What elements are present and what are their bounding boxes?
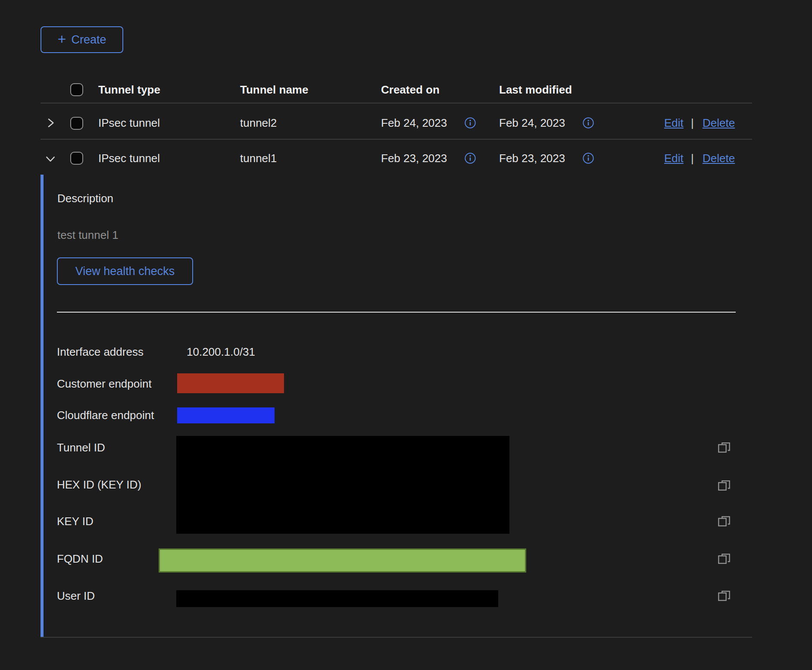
edit-link[interactable]: Edit <box>664 116 684 130</box>
expanded-row-accent-bar <box>41 175 44 637</box>
chevron-down-icon <box>44 160 56 166</box>
created-on-info-icon[interactable] <box>464 152 476 166</box>
plus-icon: + <box>58 32 66 45</box>
ids-redacted-value-block <box>176 436 509 534</box>
interface-address-value: 10.200.1.0/31 <box>187 345 255 359</box>
cloudflare-endpoint-redacted-value <box>177 407 275 423</box>
user-id-label: User ID <box>57 589 95 603</box>
action-separator: | <box>691 151 694 165</box>
description-label: Description <box>57 191 113 205</box>
row-divider <box>41 139 752 140</box>
last-modified-cell: Feb 23, 2023 <box>499 151 565 165</box>
interface-address-label: Interface address <box>57 345 144 359</box>
created-on-info-icon[interactable] <box>464 117 476 130</box>
copy-icon <box>717 561 731 568</box>
row-checkbox[interactable] <box>70 117 83 130</box>
column-header-tunnel-type: Tunnel type <box>98 83 160 97</box>
tunnel-id-label: Tunnel ID <box>57 441 105 454</box>
fqdn-id-label: FQDN ID <box>57 552 103 566</box>
last-modified-info-icon[interactable] <box>582 117 594 130</box>
view-health-checks-label: View health checks <box>75 265 175 278</box>
hex-id-label: HEX ID (KEY ID) <box>57 478 141 492</box>
copy-icon <box>717 488 731 495</box>
key-id-label: KEY ID <box>57 514 94 528</box>
copy-hex-id-button[interactable] <box>717 479 731 495</box>
select-all-checkbox[interactable] <box>70 83 83 96</box>
customer-endpoint-label: Customer endpoint <box>57 377 152 391</box>
row-checkbox[interactable] <box>70 152 83 165</box>
action-separator: | <box>691 116 694 130</box>
expand-row-button[interactable] <box>44 117 56 130</box>
header-divider <box>41 103 752 103</box>
delete-link[interactable]: Delete <box>703 151 735 165</box>
description-value: test tunnel 1 <box>57 228 119 242</box>
last-modified-info-icon[interactable] <box>582 152 594 166</box>
ipsec-tunnels-page: + Create Tunnel type Tunnel name Created… <box>0 0 812 670</box>
tunnel-type-cell: IPsec tunnel <box>98 116 160 130</box>
cloudflare-endpoint-label: Cloudflare endpoint <box>57 408 154 422</box>
copy-fqdn-id-button[interactable] <box>717 553 731 568</box>
column-header-last-modified: Last modified <box>499 83 572 97</box>
tunnel-name-cell: tunnel2 <box>240 116 277 130</box>
tunnel-name-cell: tunnel1 <box>240 151 277 165</box>
create-button[interactable]: + Create <box>41 26 123 53</box>
copy-key-id-button[interactable] <box>717 515 731 530</box>
copy-icon <box>717 450 731 457</box>
copy-icon <box>717 598 731 605</box>
tunnel-type-cell: IPsec tunnel <box>98 151 160 165</box>
collapse-row-button[interactable] <box>44 153 56 166</box>
copy-user-id-button[interactable] <box>717 590 731 605</box>
edit-link[interactable]: Edit <box>664 151 684 165</box>
view-health-checks-button[interactable]: View health checks <box>57 257 193 285</box>
create-button-label: Create <box>71 33 106 47</box>
created-on-cell: Feb 23, 2023 <box>381 151 447 165</box>
created-on-cell: Feb 24, 2023 <box>381 116 447 130</box>
column-header-tunnel-name: Tunnel name <box>240 83 308 97</box>
delete-link[interactable]: Delete <box>703 116 735 130</box>
copy-tunnel-id-button[interactable] <box>717 441 731 457</box>
detail-divider <box>57 312 736 313</box>
last-modified-cell: Feb 24, 2023 <box>499 116 565 130</box>
user-id-redacted-value <box>176 590 498 607</box>
customer-endpoint-redacted-value <box>177 373 284 393</box>
fqdn-id-redacted-value <box>159 548 526 573</box>
panel-bottom-divider <box>41 637 752 638</box>
copy-icon <box>717 524 731 530</box>
column-header-created-on: Created on <box>381 83 440 97</box>
chevron-right-icon <box>44 124 56 130</box>
